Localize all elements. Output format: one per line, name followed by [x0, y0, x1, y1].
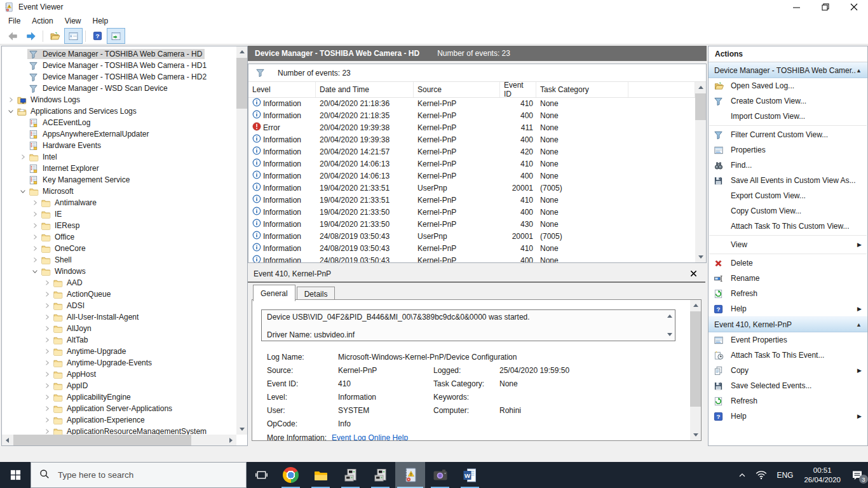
- chevron-right-icon[interactable]: [42, 370, 51, 379]
- start-button[interactable]: [0, 462, 31, 488]
- wifi-icon[interactable]: [751, 462, 771, 488]
- chevron-right-icon[interactable]: [42, 324, 51, 334]
- column-header-event-id[interactable]: Event ID: [500, 82, 536, 97]
- back-icon[interactable]: [3, 28, 22, 44]
- action-refresh[interactable]: Refresh: [709, 286, 867, 301]
- chevron-right-icon[interactable]: [42, 381, 51, 391]
- tree-item-actionqueue[interactable]: ActionQueue: [2, 288, 236, 300]
- search-input[interactable]: [57, 470, 212, 480]
- column-header-task-category[interactable]: Task Category: [536, 82, 628, 97]
- tree-item-application-experience[interactable]: Application-Experience: [2, 414, 236, 426]
- action-import-custom-view[interactable]: Import Custom View...: [709, 109, 867, 124]
- scrollbar-thumb[interactable]: [236, 58, 247, 109]
- chevron-right-icon[interactable]: [6, 95, 15, 105]
- tree-item-device-manager-wsd-scan-device[interactable]: Device Manager - WSD Scan Device: [2, 83, 236, 94]
- tab-details[interactable]: Details: [297, 287, 336, 301]
- tree-item-microsoft[interactable]: Microsoft: [2, 186, 236, 197]
- chevron-right-icon[interactable]: [42, 290, 51, 299]
- scroll-up-icon[interactable]: [695, 82, 706, 93]
- scroll-up-icon[interactable]: [690, 300, 701, 311]
- event-row[interactable]: Information20/04/2020 14:06:13Kernel-PnP…: [248, 170, 695, 182]
- tree-item-ie[interactable]: IE: [2, 208, 236, 220]
- show-console-tree-icon[interactable]: [64, 28, 83, 44]
- chevron-right-icon[interactable]: [42, 404, 51, 414]
- event-row[interactable]: Error20/04/2020 19:39:38Kernel-PnP411Non…: [248, 121, 695, 133]
- taskbar-clock[interactable]: 00:51 26/04/2020: [798, 466, 846, 485]
- chevron-up-icon[interactable]: [733, 462, 751, 488]
- event-row[interactable]: Information20/04/2020 21:18:36Kernel-PnP…: [248, 97, 695, 109]
- tree-item-intel[interactable]: Intel: [2, 151, 236, 163]
- tree-item-key-management-service[interactable]: Key Management Service: [2, 174, 236, 186]
- taskbar-app-event-viewer[interactable]: [395, 462, 425, 488]
- chevron-right-icon[interactable]: [18, 152, 27, 162]
- chevron-right-icon[interactable]: [30, 255, 39, 265]
- taskbar-app-device-manager[interactable]: [336, 462, 365, 488]
- tree-horizontal-scrollbar[interactable]: [2, 435, 236, 445]
- action-save-all-events-in-custom-view-as[interactable]: Save All Events in Custom View As...: [709, 173, 867, 188]
- menu-help[interactable]: Help: [87, 15, 114, 27]
- chevron-right-icon[interactable]: [30, 198, 39, 208]
- event-log-online-help-link[interactable]: Event Log Online Help: [332, 433, 408, 441]
- event-row[interactable]: Information19/04/2020 21:33:50Kernel-PnP…: [248, 218, 695, 230]
- chevron-down-icon[interactable]: [18, 187, 27, 196]
- tree-item-ieresp[interactable]: IEResp: [2, 220, 236, 231]
- tree-item-applicationresourcemanagementsystem[interactable]: ApplicationResourceManagementSystem: [2, 426, 236, 435]
- tree-item-appsanywhereexternalupdater[interactable]: AppsAnywhereExternalUpdater: [2, 128, 236, 140]
- chevron-right-icon[interactable]: [30, 221, 39, 231]
- menu-action[interactable]: Action: [26, 15, 58, 27]
- chevron-right-icon[interactable]: [42, 427, 51, 435]
- action-event-properties[interactable]: Event Properties: [709, 332, 867, 348]
- action-save-selected-events[interactable]: Save Selected Events...: [709, 378, 867, 393]
- chevron-right-icon[interactable]: [30, 244, 39, 254]
- tree-item-device-manager-toshiba-web-camera-hd[interactable]: Device Manager - TOSHIBA Web Camera - HD: [2, 48, 236, 60]
- action-copy[interactable]: Copy▶: [709, 363, 867, 378]
- menu-file[interactable]: File: [3, 15, 26, 27]
- tree-item-applications-and-services-logs[interactable]: Applications and Services Logs: [2, 105, 236, 117]
- scroll-left-icon[interactable]: [2, 435, 13, 445]
- chevron-right-icon[interactable]: [30, 210, 39, 219]
- tree-item-windows[interactable]: Windows: [2, 266, 236, 277]
- tree-item-appid[interactable]: AppID: [2, 380, 236, 391]
- tree-item-aad[interactable]: AAD: [2, 277, 236, 288]
- chevron-right-icon[interactable]: [42, 278, 51, 288]
- chevron-right-icon[interactable]: [42, 416, 51, 425]
- chevron-right-icon[interactable]: [42, 313, 51, 322]
- action-help[interactable]: ?Help▶: [709, 301, 867, 316]
- tree-item-antimalware[interactable]: Antimalware: [2, 197, 236, 208]
- notification-icon[interactable]: 3: [846, 462, 868, 488]
- chevron-right-icon[interactable]: [42, 301, 51, 311]
- column-header-source[interactable]: Source: [414, 82, 500, 97]
- tree-item-anytime-upgrade-events[interactable]: Anytime-Upgrade-Events: [2, 357, 236, 369]
- event-row[interactable]: Information24/08/2019 03:50:43Kernel-PnP…: [248, 242, 695, 254]
- chevron-right-icon[interactable]: [42, 358, 51, 368]
- event-row[interactable]: Information20/04/2020 21:18:35Kernel-PnP…: [248, 109, 695, 121]
- action-properties[interactable]: Properties: [709, 142, 867, 158]
- tree-item-internet-explorer[interactable]: Internet Explorer: [2, 163, 236, 174]
- tree-item-device-manager-toshiba-web-camera-hd2[interactable]: Device Manager - TOSHIBA Web Camera - HD…: [2, 71, 236, 83]
- tab-general[interactable]: General: [253, 285, 295, 301]
- chevron-right-icon[interactable]: [30, 233, 39, 242]
- minimize-button[interactable]: [782, 0, 811, 14]
- action-attach-task-to-this-custom-view[interactable]: Attach Task To This Custom View...: [709, 219, 867, 234]
- collapse-icon[interactable]: ▲: [856, 67, 862, 74]
- taskbar-app-word[interactable]: W: [455, 462, 485, 488]
- action-create-custom-view[interactable]: Create Custom View...: [709, 93, 867, 109]
- list-vertical-scrollbar[interactable]: [695, 82, 706, 262]
- scrollbar-thumb[interactable]: [13, 435, 191, 445]
- chevron-right-icon[interactable]: [42, 347, 51, 356]
- tree-item-application-server-applications[interactable]: Application Server-Applications: [2, 403, 236, 414]
- taskbar-search[interactable]: [31, 462, 247, 488]
- task-view-button[interactable]: [247, 462, 276, 488]
- tree-vertical-scrollbar[interactable]: [236, 46, 247, 435]
- chevron-right-icon[interactable]: [42, 393, 51, 402]
- chevron-down-icon[interactable]: [6, 107, 15, 116]
- tree-item-aceeventlog[interactable]: ACEEventLog: [2, 117, 236, 128]
- taskbar-app-camera[interactable]: [425, 462, 455, 488]
- scrollbar-thumb[interactable]: [695, 93, 706, 120]
- column-header-date-and-time[interactable]: Date and Time: [316, 82, 414, 97]
- tree-item-anytime-upgrade[interactable]: Anytime-Upgrade: [2, 346, 236, 357]
- event-row[interactable]: Information19/04/2020 21:33:50Kernel-PnP…: [248, 206, 695, 218]
- tree-item-alljoyn[interactable]: AllJoyn: [2, 323, 236, 334]
- scrollbar-thumb[interactable]: [690, 311, 701, 407]
- action-rename[interactable]: Rename: [709, 271, 867, 286]
